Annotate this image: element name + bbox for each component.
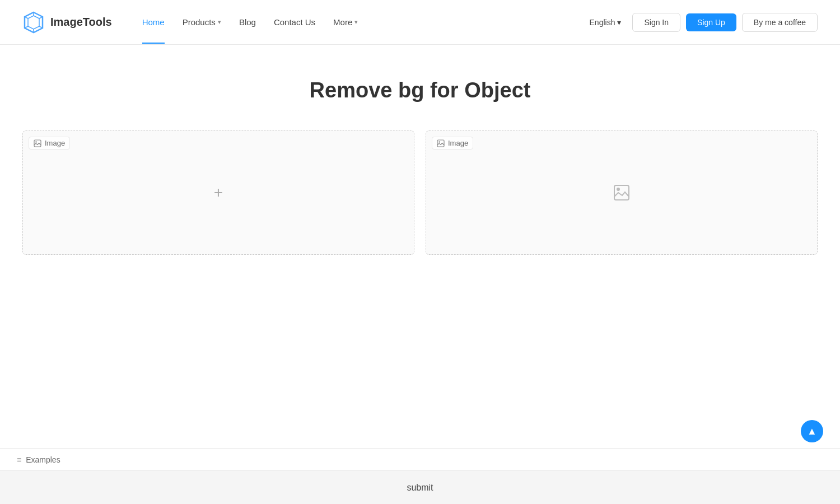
logo-icon [22, 11, 45, 34]
page-title: Remove bg for Object [22, 78, 818, 102]
signup-button[interactable]: Sign Up [686, 13, 736, 31]
upload-plus-icon: + [214, 184, 223, 202]
examples-bar[interactable]: ≡ Examples [0, 448, 840, 470]
svg-marker-1 [28, 16, 39, 29]
nav-item-more[interactable]: More ▾ [325, 13, 366, 31]
examples-list-icon: ≡ [17, 455, 21, 464]
svg-point-9 [35, 141, 36, 142]
main-content: Remove bg for Object Image + [0, 45, 840, 294]
scroll-top-button[interactable]: ▲ [801, 420, 823, 442]
output-panel: Image [426, 130, 818, 255]
svg-rect-12 [614, 185, 629, 200]
panels-row: Image + Image [22, 130, 818, 255]
output-area [426, 131, 817, 254]
submit-bar[interactable]: submit [0, 470, 840, 504]
submit-label: submit [407, 483, 433, 493]
input-panel-label: Image [29, 137, 70, 150]
products-chevron-icon: ▾ [218, 18, 221, 26]
main-nav: Home Products ▾ Blog Contact Us More ▾ [134, 13, 584, 31]
scroll-top-icon: ▲ [807, 426, 817, 437]
nav-item-products[interactable]: Products ▾ [175, 13, 229, 31]
logo-link[interactable]: ImageTools [22, 11, 112, 34]
svg-point-11 [438, 141, 440, 142]
nav-item-contact[interactable]: Contact Us [266, 13, 323, 31]
image-icon-output [437, 139, 445, 147]
signin-button[interactable]: Sign In [632, 13, 680, 32]
brand-name: ImageTools [50, 16, 112, 29]
nav-actions: English ▾ Sign In Sign Up By me a coffee [584, 13, 818, 32]
more-chevron-icon: ▾ [354, 18, 358, 26]
output-panel-label: Image [432, 137, 473, 150]
examples-label: Examples [26, 455, 60, 464]
header: ImageTools Home Products ▾ Blog Contact … [0, 0, 840, 45]
image-icon-input [34, 139, 41, 147]
language-selector[interactable]: English ▾ [584, 15, 627, 30]
upload-area[interactable]: + [23, 131, 414, 254]
language-chevron-icon: ▾ [617, 18, 621, 27]
input-panel[interactable]: Image + [22, 130, 414, 255]
svg-rect-10 [437, 140, 444, 147]
language-label: English [590, 18, 615, 27]
coffee-button[interactable]: By me a coffee [742, 13, 818, 32]
nav-item-blog[interactable]: Blog [231, 13, 264, 31]
svg-rect-8 [34, 140, 41, 147]
nav-item-home[interactable]: Home [134, 13, 172, 31]
output-placeholder-icon [613, 184, 630, 201]
svg-point-13 [617, 188, 620, 191]
